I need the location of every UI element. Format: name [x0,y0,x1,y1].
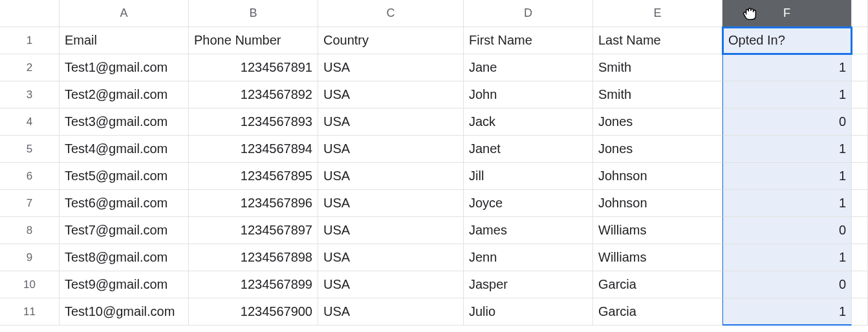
cell-E3[interactable]: Smith [593,81,722,109]
cell-E9[interactable]: Williams [593,244,722,271]
row-header-11[interactable]: 11 [0,298,60,326]
cell-F9[interactable]: 1 [722,244,852,271]
row-header-8[interactable]: 8 [0,217,60,244]
cell-C7[interactable]: USA [318,190,464,217]
cell-D2[interactable]: Jane [464,54,593,81]
cell-D8[interactable]: James [464,217,593,244]
cell-E7[interactable]: Johnson [593,190,722,217]
cell-B7[interactable]: 1234567896 [189,190,318,217]
row-header-2[interactable]: 2 [0,54,60,81]
cell-F10[interactable]: 0 [722,271,852,298]
cell-F6[interactable]: 1 [722,163,852,190]
cell-B4[interactable]: 1234567893 [189,109,318,136]
cell-trailing-4 [852,109,868,136]
row-header-4[interactable]: 4 [0,109,60,136]
row-header-5[interactable]: 5 [0,136,60,163]
cell-E11[interactable]: Garcia [593,298,722,326]
cell-trailing-5 [852,136,868,163]
cell-A10[interactable]: Test9@gmail.com [60,271,189,298]
cell-A11[interactable]: Test10@gmail.com [60,298,189,326]
cell-A8[interactable]: Test7@gmail.com [60,217,189,244]
cell-E6[interactable]: Johnson [593,163,722,190]
column-header-trailing [852,0,868,27]
cell-A6[interactable]: Test5@gmail.com [60,163,189,190]
cell-A5[interactable]: Test4@gmail.com [60,136,189,163]
select-all-corner[interactable] [0,0,60,27]
cell-F3[interactable]: 1 [722,81,852,109]
cell-D1[interactable]: First Name [464,27,593,54]
cell-A2[interactable]: Test1@gmail.com [60,54,189,81]
cell-B8[interactable]: 1234567897 [189,217,318,244]
cell-C11[interactable]: USA [318,298,464,326]
cell-C10[interactable]: USA [318,271,464,298]
row-header-9[interactable]: 9 [0,244,60,271]
cell-F7[interactable]: 1 [722,190,852,217]
cell-A3[interactable]: Test2@gmail.com [60,81,189,109]
spreadsheet-grid[interactable]: ABCDE F1EmailPhone NumberCountryFirst Na… [0,0,868,326]
cell-D7[interactable]: Joyce [464,190,593,217]
cell-E5[interactable]: Jones [593,136,722,163]
cell-B10[interactable]: 1234567899 [189,271,318,298]
cell-A9[interactable]: Test8@gmail.com [60,244,189,271]
cell-D6[interactable]: Jill [464,163,593,190]
cell-C8[interactable]: USA [318,217,464,244]
cell-trailing-2 [852,54,868,81]
cell-A7[interactable]: Test6@gmail.com [60,190,189,217]
cell-A4[interactable]: Test3@gmail.com [60,109,189,136]
cell-B3[interactable]: 1234567892 [189,81,318,109]
cell-B6[interactable]: 1234567895 [189,163,318,190]
cell-trailing-1 [852,27,868,54]
cell-D5[interactable]: Janet [464,136,593,163]
cell-B5[interactable]: 1234567894 [189,136,318,163]
cell-C1[interactable]: Country [318,27,464,54]
row-header-6[interactable]: 6 [0,163,60,190]
cell-trailing-8 [852,217,868,244]
cell-D4[interactable]: Jack [464,109,593,136]
cell-F2[interactable]: 1 [722,54,852,81]
cell-trailing-10 [852,271,868,298]
row-header-3[interactable]: 3 [0,81,60,109]
cell-C3[interactable]: USA [318,81,464,109]
cell-E2[interactable]: Smith [593,54,722,81]
cell-trailing-7 [852,190,868,217]
cell-trailing-9 [852,244,868,271]
cell-E1[interactable]: Last Name [593,27,722,54]
cell-F5[interactable]: 1 [722,136,852,163]
cell-C2[interactable]: USA [318,54,464,81]
cell-trailing-3 [852,81,868,109]
cell-B1[interactable]: Phone Number [189,27,318,54]
cell-D11[interactable]: Julio [464,298,593,326]
row-header-7[interactable]: 7 [0,190,60,217]
cell-A1[interactable]: Email [60,27,189,54]
row-header-10[interactable]: 10 [0,271,60,298]
cell-D9[interactable]: Jenn [464,244,593,271]
cell-C4[interactable]: USA [318,109,464,136]
cell-B9[interactable]: 1234567898 [189,244,318,271]
open-hand-cursor-icon [741,6,760,21]
cell-F11[interactable]: 1 [722,298,852,326]
column-header-e[interactable]: E [593,0,722,27]
cell-E4[interactable]: Jones [593,109,722,136]
column-header-f[interactable]: F [722,0,852,27]
cell-C5[interactable]: USA [318,136,464,163]
cell-E10[interactable]: Garcia [593,271,722,298]
cell-trailing-6 [852,163,868,190]
cell-C6[interactable]: USA [318,163,464,190]
cell-F1[interactable]: Opted In? [722,27,852,54]
cell-trailing-11 [852,298,868,326]
cell-C9[interactable]: USA [318,244,464,271]
cell-F4[interactable]: 0 [722,109,852,136]
cell-B2[interactable]: 1234567891 [189,54,318,81]
cell-D3[interactable]: John [464,81,593,109]
cell-D10[interactable]: Jasper [464,271,593,298]
column-header-a[interactable]: A [60,0,189,27]
cell-B11[interactable]: 1234567900 [189,298,318,326]
column-header-b[interactable]: B [189,0,318,27]
column-header-c[interactable]: C [318,0,464,27]
cell-F8[interactable]: 0 [722,217,852,244]
row-header-1[interactable]: 1 [0,27,60,54]
column-header-d[interactable]: D [464,0,593,27]
cell-E8[interactable]: Williams [593,217,722,244]
